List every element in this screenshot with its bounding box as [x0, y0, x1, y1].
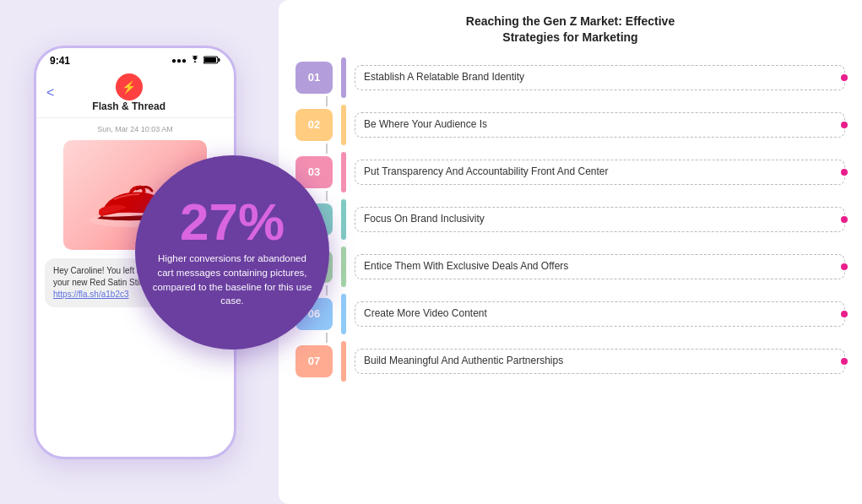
stats-percentage: 27% [180, 196, 285, 248]
date-label: Sun, Mar 24 10:03 AM [45, 125, 225, 133]
connector-dot [841, 74, 848, 81]
strategy-color-bar [341, 152, 346, 192]
connector-dot [841, 358, 848, 365]
strategy-label: Entice Them With Exclusive Deals And Off… [355, 254, 845, 279]
strategy-list: 01 Establish A Relatable Brand Identity … [295, 57, 845, 382]
strategy-item: 05 Entice Them With Exclusive Deals And … [295, 247, 845, 287]
back-arrow-icon[interactable]: < [46, 85, 54, 100]
strategy-item: 07 Build Meaningful And Authentic Partne… [295, 341, 845, 382]
main-container: 9:41 ●●● < ⚡ Flash [0, 0, 862, 504]
strategy-item: 03 Put Transparency And Accountability F… [295, 152, 845, 192]
strategy-label: Build Meaningful And Authentic Partnersh… [355, 349, 845, 374]
connector-dot [841, 122, 848, 128]
connector-dot [841, 216, 848, 223]
battery-icon [203, 56, 220, 66]
strategy-color-bar [341, 247, 346, 287]
brand-name: Flash & Thread [61, 100, 197, 112]
strategy-color-bar [341, 199, 346, 240]
strategy-color-bar [341, 105, 346, 145]
stats-description: Higher conversions for abandoned cart me… [152, 252, 312, 308]
chat-header: < ⚡ Flash & Thread [36, 70, 234, 118]
connector-dot [841, 169, 848, 176]
strategy-label: Be Where Your Audience Is [355, 112, 845, 138]
svg-rect-2 [204, 57, 216, 62]
strategy-number: 07 [295, 345, 333, 377]
contact-info: ⚡ Flash & Thread [61, 73, 197, 112]
wifi-icon [190, 56, 200, 66]
strategy-label: Focus On Brand Inclusivity [355, 207, 845, 232]
brand-logo-icon: ⚡ [122, 80, 136, 94]
strategy-item: 01 Establish A Relatable Brand Identity [295, 57, 845, 98]
connector-dot [841, 311, 848, 317]
brand-avatar: ⚡ [116, 73, 143, 100]
right-panel: Reaching the Gen Z Market: Effective Str… [279, 0, 862, 504]
signal-icon: ●●● [171, 56, 187, 65]
status-bar: 9:41 ●●● [36, 48, 234, 70]
strategy-color-bar [341, 341, 346, 382]
status-time: 9:41 [50, 55, 70, 67]
strategy-label: Establish A Relatable Brand Identity [355, 65, 845, 90]
strategy-item: 06 Create More Video Content [295, 294, 845, 334]
strategy-color-bar [341, 57, 346, 98]
strategy-number: 02 [295, 109, 333, 141]
panel-title: Reaching the Gen Z Market: Effective Str… [295, 14, 845, 46]
svg-rect-1 [219, 58, 220, 62]
strategy-label: Create More Video Content [355, 301, 845, 327]
status-icons: ●●● [171, 56, 220, 66]
strategy-number: 01 [295, 62, 333, 94]
strategy-label: Put Transparency And Accountability Fron… [355, 160, 845, 185]
stats-circle: 27% Higher conversions for abandoned car… [135, 155, 329, 350]
phone-section: 9:41 ●●● < ⚡ Flash [0, 0, 270, 504]
strategy-color-bar [341, 294, 346, 334]
strategy-item: 04 Focus On Brand Inclusivity [295, 199, 845, 240]
strategy-item: 02 Be Where Your Audience Is [295, 105, 845, 145]
message-link[interactable]: https://fla.sh/a1b2c3 [53, 290, 129, 299]
connector-dot [841, 263, 848, 270]
